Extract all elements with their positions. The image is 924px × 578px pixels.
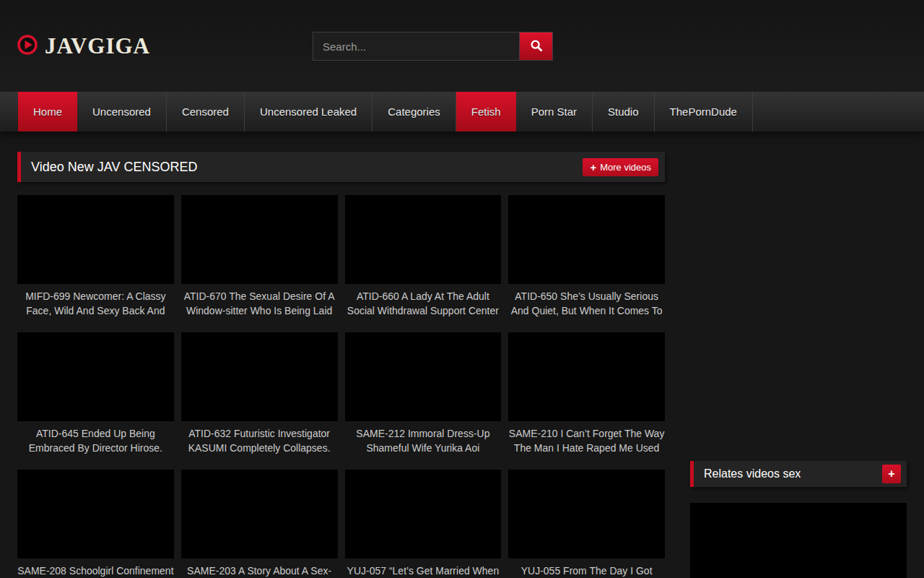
plus-icon: +: [888, 467, 894, 480]
video-card[interactable]: YUJ-057 “Let’s Get Married When: [345, 470, 502, 578]
video-thumbnail[interactable]: [508, 332, 665, 421]
video-thumbnail[interactable]: [345, 470, 502, 558]
video-card[interactable]: SAME-210 I Can’t Forget The Way The Man …: [508, 332, 665, 455]
video-card[interactable]: ATID-670 The Sexual Desire Of A Window-s…: [181, 195, 338, 318]
video-thumbnail[interactable]: [508, 470, 665, 558]
video-thumbnail[interactable]: [17, 195, 174, 284]
nav-item-home[interactable]: Home: [18, 92, 77, 131]
play-logo-icon: [17, 35, 38, 58]
sidebar-plus-button[interactable]: +: [882, 465, 901, 483]
video-card[interactable]: YUJ-055 From The Day I Got: [508, 470, 665, 578]
sidebar-video-thumbnail[interactable]: [690, 503, 907, 578]
video-title[interactable]: ATID-645 Ended Up Being Embraced By Dire…: [17, 426, 174, 455]
header: JAVGIGA: [0, 0, 924, 92]
video-card[interactable]: ATID-645 Ended Up Being Embraced By Dire…: [17, 332, 174, 455]
site-title: JAVGIGA: [45, 33, 150, 59]
search-form: [313, 32, 553, 61]
more-videos-button[interactable]: + More videos: [583, 158, 658, 176]
video-title[interactable]: SAME-208 Schoolgirl Confinement: [17, 564, 174, 578]
nav-item-studio[interactable]: Studio: [593, 92, 655, 131]
video-thumbnail[interactable]: [17, 332, 174, 421]
video-card[interactable]: SAME-208 Schoolgirl Confinement: [17, 470, 174, 578]
video-title[interactable]: SAME-210 I Can’t Forget The Way The Man …: [508, 426, 665, 455]
nav-item-theporndude[interactable]: ThePornDude: [655, 92, 753, 131]
nav-item-uncensored-leaked[interactable]: Uncensored Leaked: [245, 92, 372, 131]
section-title: Video New JAV CENSORED: [31, 160, 197, 175]
video-title[interactable]: ATID-660 A Lady At The Adult Social With…: [345, 289, 502, 318]
nav-item-censored[interactable]: Censored: [167, 92, 245, 131]
video-title[interactable]: ATID-632 Futuristic Investigator KASUMI …: [181, 426, 338, 455]
nav-item-categories[interactable]: Categories: [372, 92, 456, 131]
search-icon: [530, 39, 543, 54]
video-thumbnail[interactable]: [345, 195, 502, 284]
nav-item-porn-star[interactable]: Porn Star: [516, 92, 593, 131]
site-logo[interactable]: JAVGIGA: [17, 33, 150, 59]
video-grid: MIFD-699 Newcomer: A Classy Face, Wild A…: [17, 195, 665, 578]
video-thumbnail[interactable]: [345, 332, 502, 421]
video-card[interactable]: MIFD-699 Newcomer: A Classy Face, Wild A…: [17, 195, 174, 318]
video-thumbnail[interactable]: [181, 195, 338, 284]
search-input[interactable]: [313, 33, 520, 60]
sidebar-title: Relates videos sex: [704, 467, 801, 480]
video-card[interactable]: SAME-203 A Story About A Sex-: [181, 470, 338, 578]
search-button[interactable]: [520, 33, 552, 60]
video-thumbnail[interactable]: [508, 195, 665, 284]
video-title[interactable]: YUJ-057 “Let’s Get Married When: [345, 564, 502, 578]
nav-item-uncensored[interactable]: Uncensored: [77, 92, 167, 131]
video-title[interactable]: SAME-203 A Story About A Sex-: [181, 564, 338, 578]
page: JAVGIGA Home Uncensored Censored Uncenso…: [0, 0, 924, 578]
video-card[interactable]: ATID-650 She’s Usually Serious And Quiet…: [508, 195, 665, 318]
video-title[interactable]: ATID-670 The Sexual Desire Of A Window-s…: [181, 289, 338, 318]
video-card[interactable]: SAME-212 Immoral Dress-Up Shameful Wife …: [345, 332, 502, 455]
section-header: Video New JAV CENSORED + More videos: [17, 152, 665, 182]
video-thumbnail[interactable]: [181, 332, 338, 421]
nav-item-fetish[interactable]: Fetish: [456, 92, 516, 131]
video-thumbnail[interactable]: [181, 470, 338, 558]
video-title[interactable]: SAME-212 Immoral Dress-Up Shameful Wife …: [345, 426, 502, 455]
video-title[interactable]: YUJ-055 From The Day I Got: [508, 564, 665, 578]
more-videos-label: More videos: [600, 162, 651, 173]
video-card[interactable]: ATID-632 Futuristic Investigator KASUMI …: [181, 332, 338, 455]
sidebar-header: Relates videos sex +: [690, 461, 907, 487]
video-title[interactable]: ATID-650 She’s Usually Serious And Quiet…: [508, 289, 665, 318]
plus-icon: +: [590, 162, 596, 173]
video-thumbnail[interactable]: [17, 470, 174, 558]
video-card[interactable]: ATID-660 A Lady At The Adult Social With…: [345, 195, 502, 318]
video-title[interactable]: MIFD-699 Newcomer: A Classy Face, Wild A…: [17, 289, 174, 318]
main-nav: Home Uncensored Censored Uncensored Leak…: [0, 92, 924, 131]
